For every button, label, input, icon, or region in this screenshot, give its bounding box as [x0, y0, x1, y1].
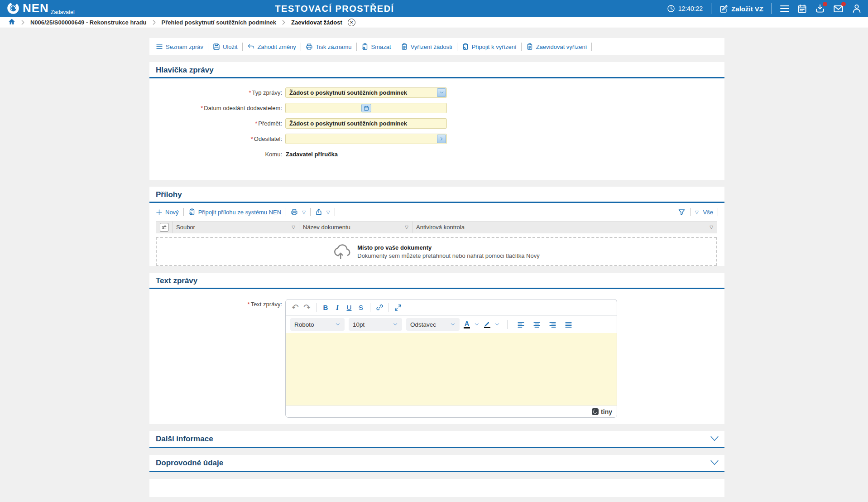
column-header-antivirova-kontrola[interactable]: Antivirová kontrola ▽ — [412, 222, 717, 233]
action-ulozit[interactable]: Uložit — [213, 43, 238, 50]
font-family-value: Roboto — [294, 321, 314, 328]
rich-text-editor: ↶ ↷ B I U S — [285, 299, 617, 418]
print-grid-button[interactable]: ▽ — [291, 208, 306, 216]
section-rule — [149, 447, 724, 448]
action-label: Smazat — [371, 43, 391, 50]
strikethrough-button[interactable]: S — [355, 302, 367, 314]
messages-button[interactable] — [833, 4, 844, 14]
column-filter-icon[interactable]: ▽ — [405, 225, 408, 230]
current-color-bar — [464, 327, 470, 328]
action-pripojit-k-vyrizeni[interactable]: Připojit k vyřízení — [462, 43, 517, 50]
font-family-select[interactable]: Roboto — [290, 318, 345, 331]
attach-from-nen-button[interactable]: Připojit přílohu ze systému NEN — [188, 208, 282, 216]
date-picker-button[interactable] — [361, 104, 371, 112]
font-size-select[interactable]: 10pt — [349, 318, 402, 331]
action-zahodit-zmeny[interactable]: Zahodit změny — [247, 43, 296, 50]
align-right-button[interactable] — [547, 319, 558, 330]
section-doprovodne-udaje[interactable]: Doprovodné údaje — [149, 455, 724, 472]
clipboard-icon — [526, 43, 533, 50]
highlight-color-button[interactable] — [484, 321, 490, 328]
typ-zpravy-select[interactable]: Žádost o poskytnutí soutěžních podmínek — [285, 87, 447, 98]
divider — [507, 320, 508, 329]
datum-odeslani-input[interactable] — [285, 103, 447, 113]
printer-icon — [306, 43, 313, 50]
plus-icon — [156, 209, 163, 216]
typ-zpravy-value: Žádost o poskytnutí soutěžních podmínek — [289, 89, 407, 96]
column-filter-icon[interactable]: ▽ — [292, 225, 295, 230]
align-center-button[interactable] — [531, 319, 542, 330]
create-vz-button[interactable]: Založit VZ — [719, 5, 763, 13]
odesilatel-picker[interactable] — [285, 134, 447, 144]
action-zaevidovat-vyrizeni[interactable]: Zaevidovat vyřízení — [526, 43, 587, 50]
breadcrumb-item-vz[interactable]: N006/25/S00000649 - Rekonstrukce hradu — [30, 19, 147, 26]
open-picker-button[interactable] — [437, 135, 446, 143]
action-tisk-zaznamu[interactable]: Tisk záznamu — [306, 43, 352, 50]
bold-button[interactable]: B — [320, 302, 331, 314]
downloads-tray-button[interactable] — [815, 4, 825, 14]
action-vyrizeni-zadosti[interactable]: Vyřízení žádosti — [401, 43, 452, 50]
redo-icon[interactable]: ↷ — [301, 302, 313, 314]
chevron-right-icon — [152, 19, 156, 25]
column-header-soubor[interactable]: Soubor ▽ — [172, 222, 299, 233]
insert-link-button[interactable] — [374, 302, 385, 314]
select-dropdown-button[interactable] — [437, 88, 446, 97]
dropzone-title: Místo pro vaše dokumenty — [357, 244, 540, 251]
column-label: Soubor — [176, 224, 195, 231]
cloud-upload-icon — [333, 243, 351, 260]
brand-subtitle: Zadavatel — [51, 9, 75, 15]
nen-logo[interactable]: NEN Zadavatel — [6, 1, 75, 15]
export-grid-button[interactable]: ▽ — [315, 208, 330, 216]
editor-toolbar-row1: ↶ ↷ B I U S — [286, 299, 617, 316]
divider — [457, 43, 457, 51]
editor-toolbar-row2: Roboto 10pt Odstavec A — [286, 316, 617, 333]
column-settings-button[interactable] — [160, 223, 168, 232]
section-dalsi-informace[interactable]: Další informace — [149, 431, 724, 448]
required-marker: * — [255, 120, 257, 127]
highlight-color-dropdown[interactable] — [494, 322, 500, 327]
field-label: *Text zprávy: — [149, 299, 285, 418]
column-header-nazev-dokumentu[interactable]: Název dokumentu ▽ — [299, 222, 412, 233]
action-label: Připojit k vyřízení — [472, 43, 517, 50]
action-smazat[interactable]: Smazat — [361, 43, 391, 50]
breadcrumb-item-prehled[interactable]: Přehled poskytnutí soutěžních podmínek — [162, 19, 277, 26]
user-profile-button[interactable] — [852, 4, 862, 14]
menu-hamburger-icon[interactable] — [780, 5, 789, 12]
filter-button[interactable] — [678, 208, 686, 216]
breadcrumb: N006/25/S00000649 - Rekonstrukce hradu P… — [0, 17, 868, 28]
italic-button[interactable]: I — [331, 302, 343, 314]
tiny-brand-label[interactable]: tiny — [601, 408, 612, 415]
predmet-input[interactable]: Žádost o poskytnutí soutěžních podmínek — [285, 118, 447, 129]
breadcrumb-home[interactable] — [8, 18, 15, 27]
person-icon — [852, 4, 862, 14]
editor-text-area[interactable] — [286, 333, 617, 405]
expand-section-button[interactable] — [710, 459, 719, 466]
calendar-button[interactable] — [797, 4, 807, 14]
divider — [183, 208, 184, 216]
block-format-select[interactable]: Odstavec — [406, 318, 460, 331]
form-row-komu: Komu: Zadavatel příručka — [149, 149, 724, 159]
section-title: Další informace — [156, 434, 213, 444]
fullscreen-button[interactable] — [392, 302, 404, 314]
action-label: Seznam zpráv — [166, 43, 203, 50]
underline-button[interactable]: U — [343, 302, 355, 314]
column-filter-icon[interactable]: ▽ — [710, 225, 713, 230]
align-justify-button[interactable] — [562, 319, 574, 330]
expand-section-button[interactable] — [710, 435, 719, 442]
clipboard-gear-icon — [462, 43, 469, 50]
align-left-button[interactable] — [515, 319, 527, 330]
undo-icon[interactable]: ↶ — [289, 302, 301, 314]
action-label: Vyřízení žádosti — [411, 43, 452, 50]
chevron-down-icon — [393, 322, 398, 327]
new-attachment-button[interactable]: Nový — [156, 209, 179, 216]
close-tab-icon[interactable]: × — [348, 19, 355, 26]
action-seznam-zprav[interactable]: Seznam zpráv — [156, 43, 203, 50]
required-marker: * — [249, 89, 251, 96]
text-color-button[interactable]: A — [464, 320, 470, 328]
documents-dropzone[interactable]: Místo pro vaše dokumenty Dokumenty sem m… — [156, 237, 717, 266]
messages-notification-badge — [841, 2, 846, 6]
divider — [772, 3, 772, 14]
breadcrumb-item-current[interactable]: Zaevidovat žádost — [291, 19, 342, 26]
show-all-filter-button[interactable]: ▽ Vše — [695, 209, 713, 216]
text-color-dropdown[interactable] — [474, 322, 480, 327]
brand-name: NEN — [23, 1, 49, 15]
